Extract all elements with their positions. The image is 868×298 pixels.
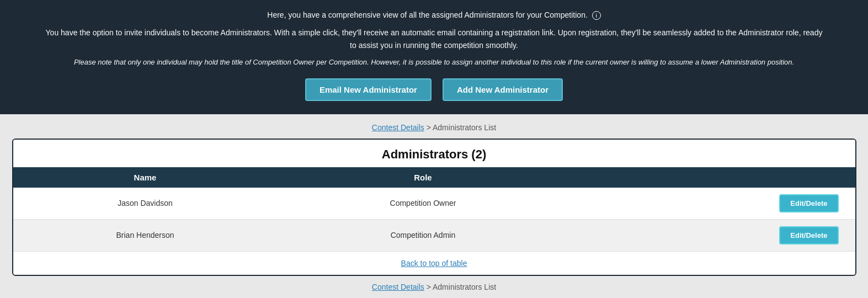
column-header-name: Name [13, 167, 278, 188]
cell-name: Brian Henderson [13, 219, 278, 251]
cell-action: Edit/Delete [568, 219, 855, 251]
bottom-breadcrumb: Contest Details > Administrators List [11, 283, 857, 291]
banner-main-text: Here, you have a comprehensive view of a… [44, 9, 824, 21]
breadcrumb-contest-details-link[interactable]: Contest Details [372, 123, 424, 132]
column-header-action [568, 167, 855, 188]
cell-name: Jason Davidson [13, 188, 278, 220]
table-row: Jason DavidsonCompetition OwnerEdit/Dele… [13, 188, 855, 220]
main-content: Contest Details > Administrators List Ad… [0, 114, 868, 298]
bottom-breadcrumb-contest-details-link[interactable]: Contest Details [372, 283, 424, 291]
bottom-breadcrumb-current: Administrators List [433, 283, 496, 291]
administrators-table: Name Role Jason DavidsonCompetition Owne… [13, 167, 855, 252]
breadcrumb-current: Administrators List [433, 123, 496, 132]
table-header: Name Role [13, 167, 855, 188]
banner-button-row: Email New Administrator Add New Administ… [44, 78, 824, 101]
add-administrator-button[interactable]: Add New Administrator [443, 78, 563, 101]
info-icon[interactable]: i [592, 11, 601, 20]
back-to-top-link[interactable]: Back to top of table [401, 259, 467, 268]
column-header-role: Role [278, 167, 569, 188]
table-title: Administrators (2) [13, 140, 855, 167]
breadcrumb-separator: > [427, 123, 433, 132]
table-row: Brian HendersonCompetition AdminEdit/Del… [13, 219, 855, 251]
breadcrumb: Contest Details > Administrators List [11, 123, 857, 132]
top-banner: Here, you have a comprehensive view of a… [0, 0, 868, 114]
banner-italic-text: Please note that only one individual may… [44, 57, 824, 68]
table-body: Jason DavidsonCompetition OwnerEdit/Dele… [13, 188, 855, 252]
banner-description: You have the option to invite individual… [44, 26, 824, 51]
administrators-table-container: Administrators (2) Name Role Jason David… [12, 139, 856, 276]
email-administrator-button[interactable]: Email New Administrator [305, 78, 432, 101]
edit-delete-button[interactable]: Edit/Delete [779, 194, 838, 212]
bottom-breadcrumb-separator: > [427, 283, 433, 291]
back-to-top: Back to top of table [13, 252, 855, 275]
edit-delete-button[interactable]: Edit/Delete [779, 226, 838, 244]
table-header-row: Name Role [13, 167, 855, 188]
cell-action: Edit/Delete [568, 188, 855, 220]
banner-main-text-content: Here, you have a comprehensive view of a… [267, 10, 588, 19]
cell-role: Competition Owner [278, 188, 569, 220]
cell-role: Competition Admin [278, 219, 569, 251]
